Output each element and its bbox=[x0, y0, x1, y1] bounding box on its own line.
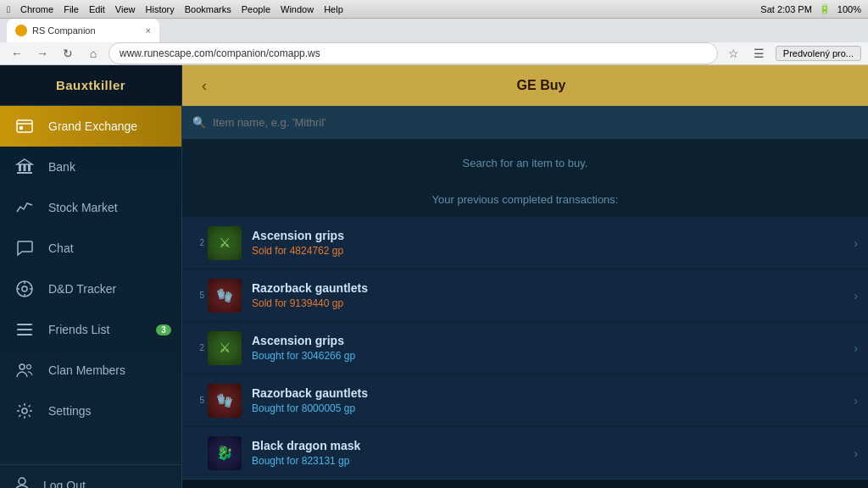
sidebar-dd-tracker-label: D&D Tracker bbox=[48, 282, 116, 296]
apple-menu[interactable]:  bbox=[7, 4, 10, 14]
sidebar-item-dd-tracker[interactable]: D&D Tracker bbox=[0, 269, 181, 309]
svg-text:🐉: 🐉 bbox=[216, 445, 233, 461]
grand-exchange-icon bbox=[13, 114, 36, 138]
svg-rect-6 bbox=[28, 164, 31, 171]
transaction-info-4: Black dragon mask Bought for 823131 gp bbox=[252, 439, 847, 467]
transaction-row[interactable]: 5 🧤 Razorback gauntlets Sold for 9139440… bbox=[182, 269, 868, 321]
chrome-menu[interactable]: Chrome bbox=[20, 4, 53, 14]
forward-button[interactable]: → bbox=[32, 43, 53, 64]
sidebar-item-clan-members[interactable]: Clan Members bbox=[0, 350, 181, 391]
transaction-name-0: Ascension grips bbox=[252, 229, 847, 242]
transaction-arrow-2: › bbox=[854, 341, 858, 355]
mac-top-bar:  Chrome File Edit View History Bookmark… bbox=[0, 0, 868, 19]
history-menu[interactable]: History bbox=[146, 4, 175, 14]
transaction-qty-2: 2 bbox=[192, 343, 204, 352]
clock: Sat 2:03 PM bbox=[760, 4, 812, 14]
transaction-price-2: Bought for 3046266 gp bbox=[252, 350, 847, 362]
transaction-info-2: Ascension grips Bought for 3046266 gp bbox=[252, 334, 847, 362]
transaction-qty-1: 5 bbox=[192, 291, 204, 300]
transaction-row[interactable]: 🐉 Black dragon mask Bought for 823131 gp… bbox=[182, 426, 868, 479]
transaction-name-3: Razorback gauntlets bbox=[252, 386, 847, 400]
url-input[interactable] bbox=[108, 42, 718, 64]
transaction-arrow-3: › bbox=[854, 394, 858, 408]
sidebar-item-grand-exchange[interactable]: Grand Exchange bbox=[0, 106, 181, 147]
help-menu[interactable]: Help bbox=[324, 4, 343, 14]
svg-rect-4 bbox=[19, 164, 21, 171]
transaction-icon-0: ⚔ bbox=[208, 226, 242, 260]
svg-marker-3 bbox=[17, 159, 32, 164]
svg-point-19 bbox=[22, 408, 27, 413]
tab-title: RS Companion bbox=[32, 25, 96, 36]
mac-menu:  Chrome File Edit View History Bookmark… bbox=[7, 4, 343, 14]
predvoleny-button[interactable]: Predvolený pro... bbox=[776, 46, 861, 61]
bookmarks-menu[interactable]: Bookmarks bbox=[185, 4, 231, 14]
sidebar-settings-label: Settings bbox=[48, 404, 92, 418]
sidebar-friends-list-label: Friends List bbox=[48, 323, 109, 336]
sidebar-clan-members-label: Clan Members bbox=[48, 363, 125, 377]
transaction-icon-4: 🐉 bbox=[208, 436, 242, 470]
back-button[interactable]: ← bbox=[7, 43, 27, 64]
home-button[interactable]: ⌂ bbox=[83, 43, 103, 64]
transaction-row[interactable]: 2 ⚔ Ascension grips Sold for 4824762 gp … bbox=[182, 216, 868, 269]
transaction-row[interactable]: 2 ⚔ Ascension grips Bought for 3046266 g… bbox=[182, 321, 868, 374]
stock-market-icon bbox=[13, 196, 36, 219]
transaction-name-1: Razorback gauntlets bbox=[252, 281, 847, 295]
money-pouch-bar: Money Pouch: 457,786,307 gp bbox=[182, 479, 868, 488]
transaction-icon-1: 🧤 bbox=[208, 279, 242, 313]
people-menu[interactable]: People bbox=[242, 4, 270, 14]
transaction-info-1: Razorback gauntlets Sold for 9139440 gp bbox=[252, 281, 847, 309]
sidebar-item-log-out[interactable]: Log Out bbox=[0, 465, 181, 488]
file-menu[interactable]: File bbox=[64, 4, 79, 14]
sidebar-nav: Grand Exchange Bank bbox=[0, 106, 181, 464]
tab-close-btn[interactable]: × bbox=[146, 25, 151, 36]
item-search-input[interactable] bbox=[213, 116, 858, 129]
transaction-price-0: Sold for 4824762 gp bbox=[252, 245, 847, 257]
transaction-icon-2: ⚔ bbox=[208, 331, 242, 365]
transaction-info-0: Ascension grips Sold for 4824762 gp bbox=[252, 229, 847, 257]
sidebar-item-bank[interactable]: Bank bbox=[0, 147, 181, 187]
svg-text:⚔: ⚔ bbox=[219, 341, 231, 355]
back-to-ge-button[interactable]: ‹ bbox=[192, 74, 216, 97]
friends-list-icon bbox=[13, 318, 36, 341]
window-menu[interactable]: Window bbox=[281, 4, 314, 14]
refresh-button[interactable]: ↻ bbox=[58, 43, 78, 64]
transaction-arrow-4: › bbox=[854, 446, 858, 460]
chrome-menu-btn[interactable]: ☰ bbox=[748, 42, 771, 64]
svg-rect-5 bbox=[24, 164, 26, 171]
battery-pct: 100% bbox=[837, 4, 861, 14]
transaction-info-3: Razorback gauntlets Bought for 8000005 g… bbox=[252, 386, 847, 414]
svg-point-20 bbox=[19, 478, 25, 485]
main-title: GE Buy bbox=[225, 78, 858, 93]
active-tab[interactable]: RS Companion × bbox=[7, 19, 159, 42]
log-out-icon bbox=[13, 475, 31, 489]
sidebar-item-friends-list[interactable]: Friends List 3 bbox=[0, 309, 181, 350]
sidebar-item-stock-market[interactable]: Stock Market bbox=[0, 187, 181, 228]
dd-tracker-icon bbox=[13, 277, 36, 301]
sidebar-username: Bauxtkiller bbox=[0, 65, 181, 106]
sidebar-item-settings[interactable]: Settings bbox=[0, 391, 181, 431]
svg-rect-0 bbox=[17, 120, 32, 132]
transaction-arrow-0: › bbox=[854, 236, 858, 250]
transaction-row[interactable]: 5 🧤 Razorback gauntlets Bought for 80000… bbox=[182, 374, 868, 426]
friends-list-badge: 3 bbox=[156, 324, 171, 336]
transactions-label: Your previous completed transactions: bbox=[182, 186, 868, 216]
svg-point-9 bbox=[22, 286, 27, 291]
svg-point-18 bbox=[27, 365, 31, 369]
search-icon: 🔍 bbox=[192, 116, 206, 129]
sidebar: Bauxtkiller Grand Exchange bbox=[0, 65, 182, 488]
view-menu[interactable]: View bbox=[115, 4, 136, 14]
transaction-arrow-1: › bbox=[854, 289, 858, 302]
main-content: ‹ GE Buy 🔍 Search for an item to buy. Yo… bbox=[182, 65, 868, 488]
sidebar-chat-label: Chat bbox=[48, 241, 74, 255]
bookmark-btn[interactable]: ☆ bbox=[723, 42, 745, 64]
sidebar-log-out-label: Log Out bbox=[43, 479, 86, 488]
transaction-name-4: Black dragon mask bbox=[252, 439, 847, 452]
edit-menu[interactable]: Edit bbox=[89, 4, 105, 14]
svg-rect-16 bbox=[17, 334, 32, 336]
sidebar-item-chat[interactable]: Chat bbox=[0, 228, 181, 269]
transaction-price-3: Bought for 8000005 gp bbox=[252, 402, 847, 414]
address-bar: ← → ↻ ⌂ ☆ ☰ Predvolený pro... bbox=[0, 42, 868, 65]
sidebar-footer: Log Out bbox=[0, 464, 181, 488]
transaction-name-2: Ascension grips bbox=[252, 334, 847, 347]
chrome-browser: RS Companion × ← → ↻ ⌂ ☆ ☰ Predvolený pr… bbox=[0, 19, 868, 488]
